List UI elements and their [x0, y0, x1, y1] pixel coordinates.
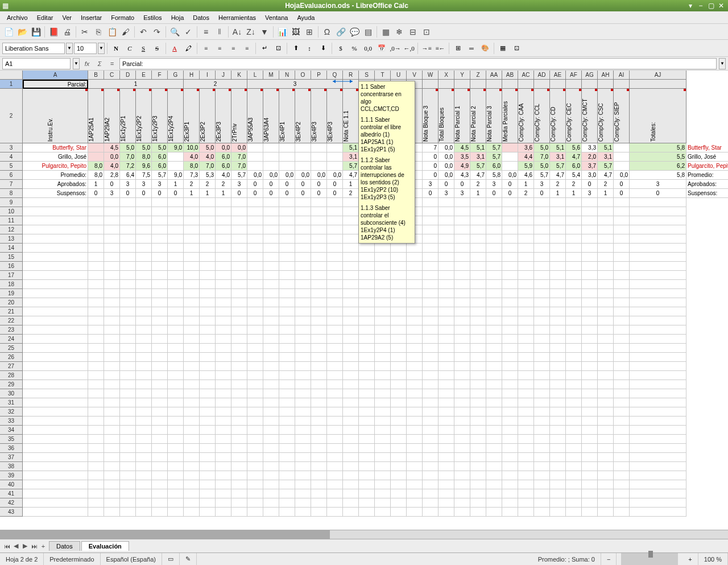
empty-cell[interactable]: [375, 280, 391, 289]
empty-cell[interactable]: [470, 198, 486, 207]
empty-cell[interactable]: [566, 462, 582, 471]
empty-cell[interactable]: [295, 335, 311, 344]
empty-cell[interactable]: [566, 398, 582, 407]
empty-cell[interactable]: [104, 353, 120, 362]
empty-cell[interactable]: [502, 444, 518, 453]
empty-cell[interactable]: [375, 253, 391, 262]
empty-cell[interactable]: [231, 416, 247, 426]
empty-cell[interactable]: [184, 344, 200, 353]
empty-cell[interactable]: [423, 389, 439, 398]
empty-cell[interactable]: [630, 498, 686, 508]
cell-data[interactable]: [327, 162, 343, 171]
empty-cell[interactable]: [136, 262, 152, 271]
empty-cell[interactable]: [184, 426, 200, 435]
empty-cell[interactable]: [470, 271, 486, 280]
empty-cell[interactable]: [439, 462, 454, 471]
empty-cell[interactable]: [454, 307, 470, 316]
empty-cell[interactable]: [518, 244, 534, 253]
empty-cell[interactable]: [407, 335, 423, 344]
empty-cell[interactable]: [470, 225, 486, 234]
header-3Ex4P3[interactable]: 3Ex4P3: [327, 89, 343, 143]
add-decimal-button[interactable]: ,0→: [389, 42, 402, 55]
empty-cell[interactable]: [311, 216, 327, 225]
empty-cell[interactable]: [550, 289, 566, 298]
empty-cell[interactable]: [136, 435, 152, 444]
cell-data[interactable]: 0: [120, 189, 136, 198]
empty-cell[interactable]: [518, 489, 534, 498]
empty-cell[interactable]: [200, 362, 216, 371]
empty-cell[interactable]: [88, 462, 104, 471]
empty-cell[interactable]: [598, 216, 614, 225]
paste-icon[interactable]: 📋: [106, 26, 118, 38]
empty-cell[interactable]: [454, 198, 470, 207]
empty-cell[interactable]: [104, 271, 120, 280]
row-header-25[interactable]: 25: [0, 344, 22, 353]
empty-cell[interactable]: [88, 207, 104, 216]
empty-cell[interactable]: [247, 371, 263, 380]
empty-cell[interactable]: [502, 362, 518, 371]
empty-cell[interactable]: [168, 307, 184, 316]
empty-cell[interactable]: [439, 325, 454, 335]
empty-cell[interactable]: [216, 498, 231, 508]
empty-cell[interactable]: [104, 225, 120, 234]
empty-cell[interactable]: [630, 298, 686, 307]
empty-cell[interactable]: [104, 344, 120, 353]
empty-cell[interactable]: [88, 216, 104, 225]
empty-cell[interactable]: [23, 389, 88, 398]
empty-cell[interactable]: [534, 480, 550, 489]
empty-cell[interactable]: [231, 207, 247, 216]
empty-cell[interactable]: [423, 508, 439, 517]
empty-cell[interactable]: [311, 489, 327, 498]
empty-cell[interactable]: [566, 444, 582, 453]
cell-data[interactable]: 5,7: [486, 152, 502, 162]
empty-cell[interactable]: [407, 508, 423, 517]
empty-cell[interactable]: [216, 435, 231, 444]
empty-cell[interactable]: [359, 353, 375, 362]
font-name-input[interactable]: [2, 43, 65, 54]
empty-cell[interactable]: [231, 234, 247, 244]
empty-cell[interactable]: [614, 462, 630, 471]
empty-cell[interactable]: [359, 362, 375, 371]
empty-cell[interactable]: [216, 489, 231, 498]
empty-cell[interactable]: [518, 462, 534, 471]
empty-cell[interactable]: [184, 244, 200, 253]
empty-cell[interactable]: [152, 444, 168, 453]
empty-cell[interactable]: [502, 198, 518, 207]
font-color-button[interactable]: A: [168, 42, 181, 55]
empty-cell[interactable]: [343, 508, 359, 517]
empty-cell[interactable]: [439, 198, 454, 207]
col-header-Z[interactable]: Z: [470, 71, 486, 79]
empty-cell[interactable]: [375, 508, 391, 517]
empty-cell[interactable]: [391, 398, 407, 407]
empty-cell[interactable]: [216, 426, 231, 435]
cell-data[interactable]: 5,0: [200, 143, 216, 152]
save-icon[interactable]: 💾: [30, 26, 42, 38]
empty-cell[interactable]: [168, 416, 184, 426]
empty-cell[interactable]: [407, 416, 423, 426]
col-header-AJ[interactable]: AJ: [630, 71, 686, 79]
empty-cell[interactable]: [216, 416, 231, 426]
cell-data[interactable]: 2: [200, 180, 216, 189]
empty-cell[interactable]: [534, 462, 550, 471]
empty-cell[interactable]: [470, 253, 486, 262]
empty-cell[interactable]: [550, 316, 566, 325]
select-all-corner[interactable]: [0, 71, 23, 79]
empty-cell[interactable]: [231, 280, 247, 289]
empty-cell[interactable]: [518, 416, 534, 426]
empty-cell[interactable]: [200, 335, 216, 344]
empty-cell[interactable]: [343, 353, 359, 362]
empty-cell[interactable]: [168, 407, 184, 416]
empty-cell[interactable]: [454, 253, 470, 262]
empty-cell[interactable]: [439, 426, 454, 435]
empty-cell[interactable]: [279, 407, 295, 416]
empty-cell[interactable]: [566, 407, 582, 416]
increase-indent-button[interactable]: →≡: [420, 42, 433, 55]
empty-cell[interactable]: [216, 253, 231, 262]
empty-cell[interactable]: [550, 271, 566, 280]
col-header-G[interactable]: G: [168, 71, 184, 79]
empty-cell[interactable]: [327, 225, 343, 234]
cell-data[interactable]: 6,4: [120, 171, 136, 180]
empty-cell[interactable]: [423, 253, 439, 262]
empty-cell[interactable]: [359, 271, 375, 280]
empty-cell[interactable]: [200, 498, 216, 508]
